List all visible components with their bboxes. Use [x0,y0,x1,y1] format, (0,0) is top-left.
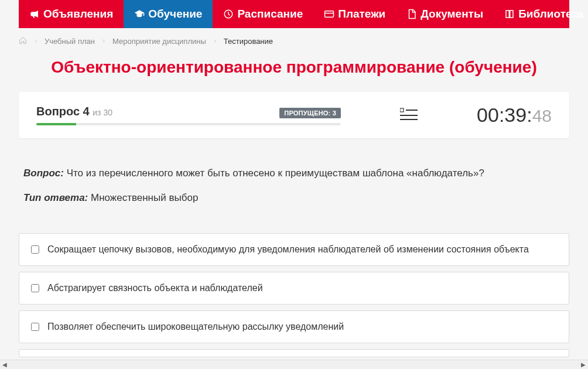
nav-label: Обучение [148,8,202,20]
svg-rect-1 [325,11,334,18]
svg-rect-3 [400,108,404,112]
nav-label: Платежи [338,8,385,20]
timer: 00:39:48 [477,104,552,127]
card-icon [324,9,334,19]
nav-payments[interactable]: Платежи [313,0,396,28]
skipped-badge: ПРОПУЩЕНО: 3 [279,108,341,118]
nav-documents[interactable]: Документы [396,0,494,28]
answer-option[interactable]: Сокращает цепочку вызовов, необходимую д… [19,233,569,266]
answer-text: Сокращает цепочку вызовов, необходимую д… [47,244,529,255]
home-icon[interactable] [19,36,27,46]
nav-label: Документы [421,8,483,20]
question-text: Вопрос: Что из перечисленного может быть… [23,166,565,180]
horizontal-scrollbar[interactable]: ◀ ▶ [0,360,588,369]
breadcrumb-item[interactable]: Мероприятие дисциплины [112,37,206,46]
chevron-right-icon [101,37,107,46]
question-list-button[interactable] [400,107,418,124]
progress-card: Вопрос 4 из 30 ПРОПУЩЕНО: 3 00:39:48 [19,92,569,138]
nav-schedule[interactable]: Расписание [213,0,313,28]
clock-icon [223,9,234,19]
chevron-right-icon [212,37,218,46]
answer-option[interactable] [19,349,569,357]
answer-option[interactable]: Позволяет обеспечить широковещательную р… [19,310,569,343]
nav-label: Библиотека [518,8,583,20]
answer-checkbox[interactable] [31,284,39,292]
breadcrumb-item[interactable]: Учебный план [45,37,95,46]
nav-label: Расписание [237,8,303,20]
chevron-right-icon [33,37,39,46]
nav-learning[interactable]: Обучение [124,0,213,28]
graduation-icon [134,9,145,19]
megaphone-icon [29,9,40,19]
scroll-left-icon[interactable]: ◀ [0,360,9,370]
doc-icon [406,9,417,19]
nav-announcements[interactable]: Объявления [19,0,124,28]
progress-bar [36,123,341,125]
book-icon [504,9,515,19]
breadcrumb-current: Тестирование [224,37,273,46]
nav-library[interactable]: Библиотека [494,0,588,28]
nav-label: Объявления [43,8,113,20]
answer-checkbox[interactable] [31,323,39,331]
question-number: Вопрос 4 из 30 [36,105,112,118]
answer-checkbox[interactable] [31,245,39,254]
question-block: Вопрос: Что из перечисленного может быть… [19,138,569,210]
answer-text: Абстрагирует связность объекта и наблюда… [47,283,263,293]
main-nav: Объявления Обучение Расписание Платежи Д… [19,0,569,28]
breadcrumb: Учебный план Мероприятие дисциплины Тест… [19,28,569,54]
scroll-right-icon[interactable]: ▶ [579,360,588,370]
answer-type: Тип ответа: Множественный выбор [23,192,565,204]
page-title: Объектно-ориентированное программировани… [19,54,569,92]
answers-list: Сокращает цепочку вызовов, необходимую д… [19,233,569,357]
answer-text: Позволяет обеспечить широковещательную р… [47,322,344,332]
answer-option[interactable]: Абстрагирует связность объекта и наблюда… [19,272,569,305]
